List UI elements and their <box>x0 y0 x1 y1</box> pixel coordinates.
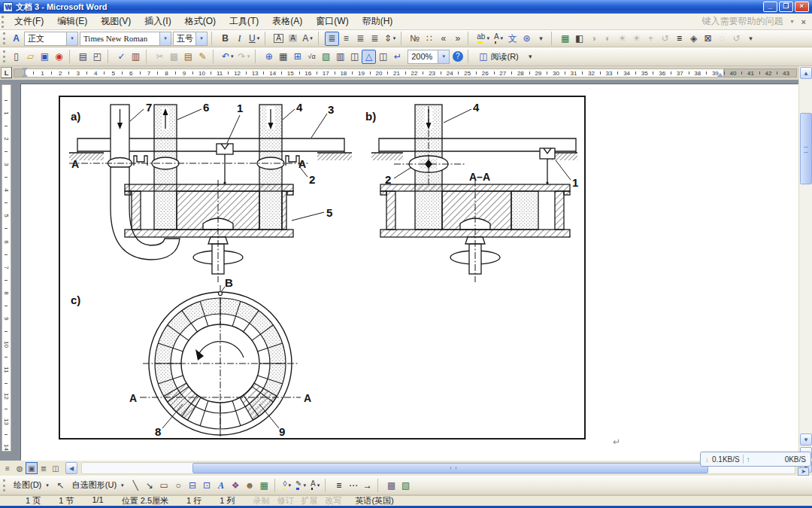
chevron-down-icon[interactable]: ▾ <box>195 32 207 45</box>
show-marks-button[interactable]: ↵▾ <box>390 50 404 64</box>
network-widget-expand-button[interactable]: ➤ <box>798 467 809 476</box>
align-justify-button[interactable]: ≣▾ <box>325 32 339 46</box>
threed-style-button[interactable]: ▧▾ <box>398 478 413 492</box>
dropdown-arrow-icon[interactable]: ▾ <box>486 35 489 41</box>
align-center-button[interactable]: ≡▾ <box>339 32 353 46</box>
line-spacing-button[interactable]: ⇕▾ <box>382 32 398 46</box>
research-button[interactable]: ▥▾ <box>129 50 143 64</box>
chevron-down-icon[interactable]: ▾ <box>438 50 449 63</box>
menu-edit[interactable]: 编辑(E) <box>50 13 94 30</box>
enclosed-character-button[interactable]: ⊛▾ <box>520 32 534 46</box>
document-page[interactable]: a) 7 6 1 4 3 A A 2 5 <box>21 84 798 461</box>
insert-excel-button[interactable]: ▧▾ <box>319 50 333 64</box>
restore-button[interactable]: ❐ <box>779 2 793 12</box>
paste-button[interactable]: ▤▾ <box>181 50 195 64</box>
menu-insert[interactable]: 插入(I) <box>138 13 177 30</box>
dropdown-arrow-icon[interactable]: ▾ <box>317 482 320 488</box>
menu-view[interactable]: 视图(V) <box>94 13 138 30</box>
status-toggle[interactable]: 修订 <box>277 495 293 506</box>
style-combobox[interactable]: 正文 ▾ <box>24 32 78 46</box>
vertical-text-box-button[interactable]: ⊡▾ <box>200 478 214 492</box>
shadow-style-button[interactable]: ▩▾ <box>384 478 398 492</box>
font-size-combobox[interactable]: 五号 ▾ <box>173 32 208 46</box>
web-layout-view-button[interactable]: ◍ <box>14 462 26 474</box>
picture-overflow-button[interactable]: ▾▾ <box>744 32 758 46</box>
chevron-down-icon[interactable]: ▾ <box>791 18 794 25</box>
decrease-indent-button[interactable]: «▾ <box>436 32 450 46</box>
horizontal-scrollbar[interactable] <box>81 462 795 474</box>
toolbar-drag-handle[interactable] <box>3 479 7 491</box>
font-color-2-button[interactable]: A▾ <box>308 478 322 492</box>
print-preview-button[interactable]: ◰▾ <box>90 50 105 64</box>
toolbar-drag-handle[interactable] <box>3 32 7 44</box>
oval-button[interactable]: ○▾ <box>171 478 186 492</box>
chart-button[interactable]: ◫▾ <box>347 50 362 64</box>
bullets-button[interactable]: ∷▾ <box>422 32 436 46</box>
menu-help[interactable]: 帮助(H) <box>356 13 400 30</box>
insert-picture-button[interactable]: ▦▾ <box>558 32 572 46</box>
save-button[interactable]: ▣▾ <box>38 50 52 64</box>
insert-picture-2-button[interactable]: ▦▾ <box>257 478 271 492</box>
arrow-style-button[interactable]: →▾ <box>360 478 374 492</box>
chevron-down-icon[interactable]: ▾ <box>159 32 171 45</box>
read-mode-button[interactable]: ◫ 阅读(R) <box>474 50 523 64</box>
new-document-button[interactable]: ▯▾ <box>9 50 23 64</box>
spelling-button[interactable]: ✓▾ <box>114 50 129 64</box>
increase-indent-button[interactable]: »▾ <box>450 32 465 46</box>
styles-and-formatting-button[interactable]: A <box>9 32 23 46</box>
character-shading-button[interactable]: A▾ <box>286 32 300 46</box>
toolbar-drag-handle[interactable] <box>3 50 7 62</box>
tab-stop-selector[interactable]: L <box>1 67 12 78</box>
columns-button[interactable]: ▥▾ <box>333 50 347 64</box>
right-indent-marker[interactable] <box>717 73 723 77</box>
status-toggle[interactable]: 改写 <box>325 495 341 506</box>
select-objects-button[interactable]: ↖ <box>53 478 68 492</box>
character-scale-button[interactable]: A▾ <box>300 32 315 46</box>
font-combobox[interactable]: Times New Roman ▾ <box>80 32 171 46</box>
distribute-text-button[interactable]: ≣▾ <box>368 32 382 46</box>
insert-hyperlink-button[interactable]: ⊕▾ <box>262 50 276 64</box>
picture-color-button[interactable]: ◧▾ <box>572 32 586 46</box>
hanging-indent-marker[interactable] <box>22 73 28 77</box>
line-style-button[interactable]: ≡▾ <box>672 32 686 46</box>
menu-file[interactable]: 文件(F) <box>8 13 50 30</box>
permission-button[interactable]: ◉▾ <box>52 50 66 64</box>
drawing-button[interactable]: △▾ <box>362 50 376 64</box>
horizontal-scroll-thumb[interactable] <box>192 463 708 473</box>
arrow-button[interactable]: ↘▾ <box>143 478 157 492</box>
vertical-scroll-thumb[interactable] <box>800 113 812 184</box>
align-right-button[interactable]: ≣▾ <box>353 32 368 46</box>
minimize-button[interactable]: _ <box>763 2 777 12</box>
dash-style-button[interactable]: ⋯▾ <box>346 478 360 492</box>
format-painter-button[interactable]: ✎▾ <box>195 50 210 64</box>
bold-button[interactable]: B▾ <box>218 32 232 46</box>
outline-view-button[interactable]: ≣ <box>38 462 50 474</box>
help-question-box[interactable]: 键入需要帮助的问题 ▾ × <box>702 15 812 28</box>
clip-art-button[interactable]: ☻▾ <box>243 478 257 492</box>
menu-window[interactable]: 窗口(W) <box>309 13 355 30</box>
menu-format[interactable]: 格式(O) <box>178 13 223 30</box>
document-map-button[interactable]: ◫▾ <box>376 50 390 64</box>
line-color-button[interactable]: ✎▾ <box>293 478 308 492</box>
numbering-button[interactable]: №▾ <box>408 32 422 46</box>
fill-color-button[interactable]: ◊▾ <box>281 478 293 492</box>
formatting-overflow-button[interactable]: ▾▾ <box>534 32 548 46</box>
draw-menu-button[interactable]: 绘图(D) ▾ <box>9 478 53 492</box>
wordart-button[interactable]: A▾ <box>214 478 229 492</box>
text-wrapping-button[interactable]: ◈▾ <box>686 32 701 46</box>
rectangle-button[interactable]: ▭▾ <box>157 478 171 492</box>
normal-view-button[interactable]: ≡ <box>2 462 14 474</box>
scroll-up-button[interactable]: ▲ <box>800 67 812 79</box>
toolbar-options-button[interactable]: ▾ <box>523 50 538 64</box>
text-box-button[interactable]: ⊟▾ <box>186 478 200 492</box>
dropdown-arrow-icon[interactable]: ▾ <box>257 35 260 41</box>
vertical-scrollbar[interactable]: ▲ ▼ ▲ ● <box>798 66 812 461</box>
italic-button[interactable]: I▾ <box>232 32 247 46</box>
figure-image[interactable]: a) 7 6 1 4 3 A A 2 5 <box>59 96 586 440</box>
font-color-button[interactable]: A▾ <box>492 32 505 46</box>
open-button[interactable]: ▱▾ <box>23 50 38 64</box>
line-button[interactable]: ╲▾ <box>129 478 143 492</box>
underline-button[interactable]: U▾ <box>247 32 262 46</box>
dropdown-arrow-icon[interactable]: ▾ <box>247 53 250 59</box>
print-layout-view-button[interactable]: ▣ <box>26 462 38 474</box>
